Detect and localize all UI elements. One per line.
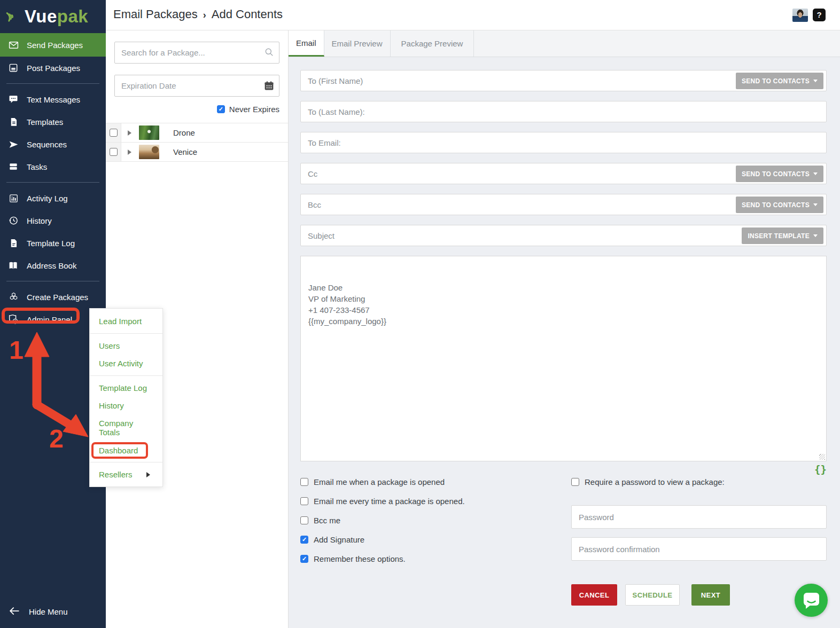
- add-signature-checkbox[interactable]: [300, 536, 308, 544]
- option-row: Email me every time a package is opened.: [300, 497, 571, 506]
- sidebar-item-sequences[interactable]: Sequences: [0, 133, 106, 155]
- search-icon: [264, 47, 275, 60]
- live-chat-button[interactable]: [795, 584, 828, 617]
- tab-package-preview[interactable]: Package Preview: [391, 30, 475, 57]
- menu-divider: [90, 462, 162, 462]
- sidebar-item-template-log[interactable]: Template Log: [0, 232, 106, 254]
- cancel-button[interactable]: CANCEL: [571, 584, 617, 606]
- menu-item-company-totals[interactable]: Company Totals: [90, 414, 162, 441]
- next-button[interactable]: NEXT: [691, 584, 730, 606]
- menu-item-dashboard[interactable]: Dashboard: [94, 444, 146, 457]
- to-email-field[interactable]: To Email:: [300, 132, 827, 153]
- package-search: [114, 42, 279, 64]
- menu-item-users[interactable]: Users: [90, 337, 162, 355]
- app-logo: Vuepak: [0, 0, 106, 33]
- sidebar-item-text-messages[interactable]: Text Messages: [0, 88, 106, 111]
- package-checkbox[interactable]: [110, 129, 118, 137]
- package-checkbox[interactable]: [110, 148, 118, 156]
- password-confirmation-input[interactable]: [571, 537, 827, 561]
- sidebar-item-activity-log[interactable]: Activity Log: [0, 187, 106, 209]
- chat-bubble-icon: [7, 93, 19, 105]
- bcc-field[interactable]: Bcc SEND TO CONTACTS: [300, 194, 827, 215]
- merge-variables-icon[interactable]: {}: [814, 464, 827, 475]
- chevron-down-icon: [813, 203, 818, 206]
- sidebar-divider: [6, 281, 99, 281]
- option-row: Add Signature: [300, 535, 571, 544]
- sidebar-item-address-book[interactable]: Address Book: [0, 254, 106, 277]
- sidebar-item-post-packages[interactable]: Post Packages: [0, 57, 106, 79]
- calendar-icon[interactable]: [263, 80, 275, 93]
- brand-name: Vuepak: [25, 6, 88, 27]
- mail-icon: [7, 39, 19, 51]
- send-options: Email me when a package is opened Email …: [300, 477, 827, 606]
- paper-plane-icon: [7, 138, 19, 150]
- require-password-checkbox[interactable]: [571, 478, 579, 486]
- sidebar-item-create-packages[interactable]: Create Packages: [0, 286, 106, 308]
- email-me-when-opened-checkbox[interactable]: [300, 478, 308, 486]
- send-to-contacts-button[interactable]: SEND TO CONTACTS: [736, 73, 823, 89]
- menu-item-history[interactable]: History: [90, 397, 162, 414]
- breadcrumb: Email Packages › Add Contents: [113, 7, 283, 21]
- bcc-me-checkbox[interactable]: [300, 516, 308, 524]
- admin-panel-menu: Lead Import Users User Activity Template…: [89, 308, 163, 487]
- expiration-date-input[interactable]: [114, 75, 279, 97]
- insert-template-button[interactable]: INSERT TEMPLATE: [742, 227, 823, 244]
- option-row: Email me when a package is opened: [300, 477, 571, 486]
- to-first-name-field[interactable]: To (First Name) SEND TO CONTACTS: [300, 70, 827, 91]
- expand-arrow-icon[interactable]: [128, 130, 131, 136]
- main-content: Email Email Preview Package Preview To (…: [289, 30, 840, 628]
- never-expires-checkbox[interactable]: [217, 105, 225, 113]
- history-clock-icon: [7, 215, 19, 226]
- option-row: Bcc me: [300, 516, 571, 525]
- to-last-name-field[interactable]: To (Last Name):: [300, 101, 827, 122]
- package-name[interactable]: Venice: [173, 147, 197, 156]
- never-expires-label: Never Expires: [229, 105, 279, 114]
- remember-options-checkbox[interactable]: [300, 555, 308, 563]
- cc-field[interactable]: Cc SEND TO CONTACTS: [300, 163, 827, 184]
- tab-bar: Email Email Preview Package Preview: [289, 30, 840, 57]
- send-to-contacts-button[interactable]: SEND TO CONTACTS: [736, 197, 823, 213]
- expand-arrow-icon[interactable]: [128, 150, 131, 155]
- sidebar-divider: [6, 182, 99, 183]
- require-password-row: Require a password to view a package:: [571, 477, 827, 486]
- sidebar-item-send-packages[interactable]: Send Packages: [0, 33, 106, 57]
- chevron-down-icon: [813, 80, 818, 82]
- hide-menu-button[interactable]: Hide Menu: [0, 606, 106, 617]
- package-list: Drone Venice: [106, 123, 288, 162]
- resize-handle[interactable]: [819, 454, 825, 460]
- package-search-input[interactable]: [114, 42, 279, 64]
- menu-divider: [90, 375, 162, 376]
- tab-email-preview[interactable]: Email Preview: [324, 30, 391, 57]
- vuepak-logo-icon: [5, 5, 21, 28]
- open-book-icon: [7, 260, 19, 271]
- package-thumbnail: [139, 125, 159, 140]
- package-thumbnail: [139, 145, 159, 159]
- help-button[interactable]: ?: [813, 9, 826, 21]
- menu-item-template-log[interactable]: Template Log: [90, 379, 162, 397]
- option-row: Remember these options.: [300, 554, 571, 563]
- breadcrumb-email-packages[interactable]: Email Packages: [113, 7, 198, 21]
- menu-item-lead-import[interactable]: Lead Import: [90, 312, 162, 330]
- email-signature-text: Jane Doe VP of Marketing +1 407-233-4567…: [301, 256, 826, 327]
- package-row-venice[interactable]: Venice: [106, 143, 288, 162]
- package-name[interactable]: Drone: [173, 128, 195, 137]
- menu-item-user-activity[interactable]: User Activity: [90, 355, 162, 372]
- user-avatar[interactable]: [792, 9, 808, 22]
- subject-field[interactable]: Subject INSERT TEMPLATE: [300, 225, 827, 246]
- chevron-right-icon: ›: [203, 9, 206, 21]
- sidebar-item-history[interactable]: History: [0, 209, 106, 232]
- sidebar-item-templates[interactable]: Templates: [0, 111, 106, 133]
- left-arrow-icon: [9, 606, 20, 617]
- submenu-arrow-icon: [146, 472, 150, 477]
- tab-email[interactable]: Email: [289, 30, 324, 57]
- password-input[interactable]: [571, 505, 827, 529]
- email-me-every-time-checkbox[interactable]: [300, 497, 308, 505]
- send-to-contacts-button[interactable]: SEND TO CONTACTS: [736, 166, 823, 182]
- package-row-drone[interactable]: Drone: [106, 123, 288, 143]
- bar-chart-icon: [7, 192, 19, 204]
- email-form: To (First Name) SEND TO CONTACTS To (Las…: [289, 57, 840, 606]
- email-body-editor[interactable]: Jane Doe VP of Marketing +1 407-233-4567…: [300, 256, 827, 461]
- menu-item-resellers[interactable]: Resellers: [90, 466, 162, 483]
- schedule-button[interactable]: SCHEDULE: [625, 584, 680, 606]
- sidebar-item-tasks[interactable]: Tasks: [0, 155, 106, 178]
